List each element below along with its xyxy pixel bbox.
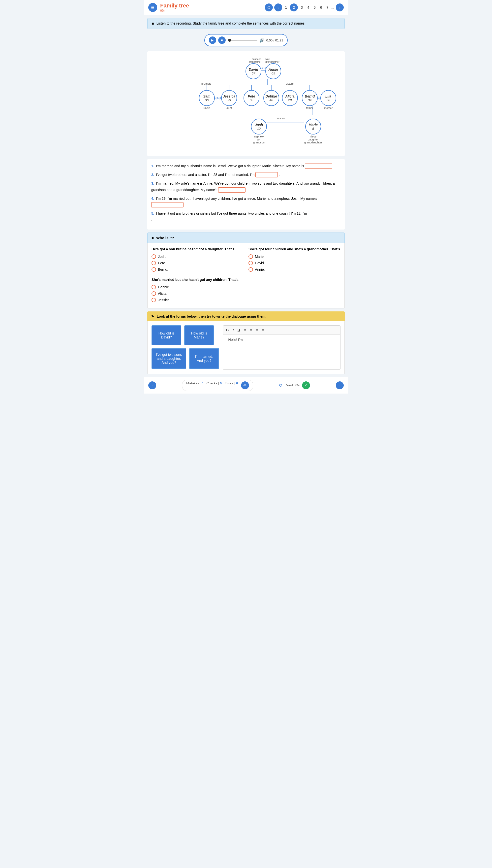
eye-check-button[interactable]: 👁	[241, 381, 249, 389]
errors-label: Errors |	[225, 381, 235, 389]
radio-q2-annie[interactable]	[248, 267, 253, 272]
editor-align-right[interactable]: ≡	[255, 328, 259, 332]
nav-page-6[interactable]: 6	[319, 4, 324, 10]
josh-name: Josh	[255, 123, 263, 127]
who-q3-opt2[interactable]: Alicia.	[151, 291, 341, 296]
who-icon: ■	[151, 236, 154, 240]
who-q2-opt1[interactable]: Marie.	[248, 254, 341, 259]
menu-button[interactable]: ☰	[148, 3, 157, 12]
who-q3-opt1[interactable]: Debbie.	[151, 285, 341, 289]
footer-next-button[interactable]: ›	[336, 381, 344, 389]
alicia-circle: Alicia 28	[282, 90, 298, 106]
who-q2-opt3[interactable]: Annie.	[248, 267, 341, 272]
nav-prev-button[interactable]: ‹	[274, 3, 282, 11]
pete-circle: Pete 38	[244, 90, 260, 106]
nav-page-1[interactable]: 1	[284, 4, 289, 10]
sentence-1-num: 1.	[151, 164, 154, 168]
who-q1-opt1[interactable]: Josh.	[151, 254, 244, 259]
audio-progress-bar[interactable]	[228, 40, 257, 41]
sentence-3-input[interactable]	[218, 187, 246, 192]
stop-button[interactable]: ■	[218, 37, 226, 44]
sam-age: 36	[205, 98, 208, 102]
editor-italic[interactable]: I	[231, 328, 235, 332]
radio-q3-alicia[interactable]	[151, 291, 156, 296]
dialogue-card-4[interactable]: I'm married. And you?	[189, 348, 219, 369]
footer: ‹ Mistakes | 0 Checks | 0 Errors | 0 👁 ↻…	[144, 377, 348, 394]
dialogue-section: ✎ Look at the forms below, then try to w…	[147, 311, 345, 374]
sentence-4-input[interactable]	[151, 202, 183, 207]
editor-underline[interactable]: U	[237, 328, 241, 332]
annie-label-top: wifegrandmother	[265, 58, 281, 63]
dialogue-card-3[interactable]: I've got two sons and a daughter. And yo…	[151, 348, 186, 369]
editor-align-left[interactable]: ≡	[243, 328, 247, 332]
sentence-5-input[interactable]	[308, 211, 340, 216]
editor-align-justify[interactable]: ≡	[261, 328, 265, 332]
play-button[interactable]: ▶	[209, 37, 216, 44]
editor-content[interactable]: - Hello! I'm	[223, 335, 340, 370]
radio-q2-david-label: David.	[255, 261, 265, 265]
nav-page-5[interactable]: 5	[312, 4, 317, 10]
lila-label: mother	[324, 107, 333, 110]
instruction-icon: ■	[151, 21, 154, 26]
nav-page-7[interactable]: 7	[325, 4, 330, 10]
radio-q2-david[interactable]	[248, 261, 253, 265]
progress-percent: 0%	[160, 9, 262, 13]
mistakes-label: Mistakes |	[186, 381, 201, 389]
dialogue-instruction: Look at the forms below, then try to wri…	[157, 314, 266, 319]
lila-age: 30	[327, 98, 330, 102]
david-label-top: husbandgrandfather	[246, 58, 262, 63]
who-header: ■ Who is it?	[147, 233, 345, 243]
radio-q3-debbie[interactable]	[151, 285, 156, 289]
dialogue-card-2[interactable]: How old is Marie?	[184, 325, 214, 345]
sisters-label: sisters	[286, 82, 294, 85]
marie-circle: Marie 5	[305, 119, 321, 135]
nav-next-button[interactable]: ›	[336, 3, 344, 11]
mistakes-value: 0	[202, 381, 203, 389]
who-q3-opt3[interactable]: Jessica.	[151, 298, 341, 302]
sentence-3-end: .	[246, 188, 247, 192]
sam-name: Sam	[203, 94, 211, 98]
radio-q1-josh[interactable]	[151, 254, 156, 259]
sentence-5-end: .	[151, 218, 152, 221]
export-button[interactable]: ⬡	[265, 3, 273, 11]
sentence-5-text: I haven't got any brothers or sisters bu…	[156, 211, 308, 215]
radio-q2-marie[interactable]	[248, 254, 253, 259]
nav-page-3[interactable]: 3	[299, 4, 304, 10]
debbie-circle: Debbie 40	[263, 90, 279, 106]
audio-scrubber[interactable]	[228, 39, 231, 42]
bernd-circle: Bernd 34	[302, 90, 318, 106]
refresh-button[interactable]: ↻	[279, 383, 282, 388]
footer-prev-button[interactable]: ‹	[148, 381, 156, 389]
marie-name: Marie	[309, 123, 318, 127]
person-marie: Marie 5 niecedaughtergranddaughter	[304, 119, 322, 144]
alicia-name: Alicia	[285, 94, 294, 98]
radio-q2-marie-label: Marie.	[255, 255, 265, 259]
sentence-2-text: I've got two brothers and a sister. I'm …	[156, 173, 256, 177]
radio-q1-bernd[interactable]	[151, 267, 156, 272]
volume-icon[interactable]: 🔊	[260, 38, 264, 43]
radio-q3-jessica[interactable]	[151, 298, 156, 302]
sentence-1-input[interactable]	[305, 164, 332, 169]
nav-page-2[interactable]: 2	[290, 3, 298, 11]
nav-page-4[interactable]: 4	[306, 4, 311, 10]
header: ☰ Family tree 0% ⬡ ‹ 1 2 3 4 5 6 7 ... ›	[144, 0, 348, 15]
editor-bold[interactable]: B	[225, 328, 230, 332]
marie-label: niecedaughtergranddaughter	[304, 135, 322, 144]
who-q2-opt2[interactable]: David.	[248, 261, 341, 265]
bernd-age: 34	[308, 98, 312, 102]
sentence-2: 2. I've got two brothers and a sister. I…	[151, 172, 341, 178]
dialogue-icon: ✎	[151, 314, 154, 319]
jessica-age: 29	[227, 98, 231, 102]
radio-q1-pete[interactable]	[151, 261, 156, 265]
person-sam: Sam 36 uncle	[199, 90, 215, 110]
who-q1-opt2[interactable]: Pete.	[151, 261, 244, 265]
sentence-2-end: .	[279, 173, 280, 177]
checks-stat: Checks | 0	[206, 381, 222, 389]
who-q1-opt3[interactable]: Bernd.	[151, 267, 244, 272]
sentence-2-input[interactable]	[255, 172, 278, 178]
jessica-name: Jessica	[223, 94, 236, 98]
dialogue-card-1[interactable]: How old is David?	[151, 325, 181, 345]
editor-align-center[interactable]: ≡	[249, 328, 253, 332]
success-check-button[interactable]: ✓	[302, 381, 310, 389]
radio-q1-josh-label: Josh.	[158, 255, 166, 259]
